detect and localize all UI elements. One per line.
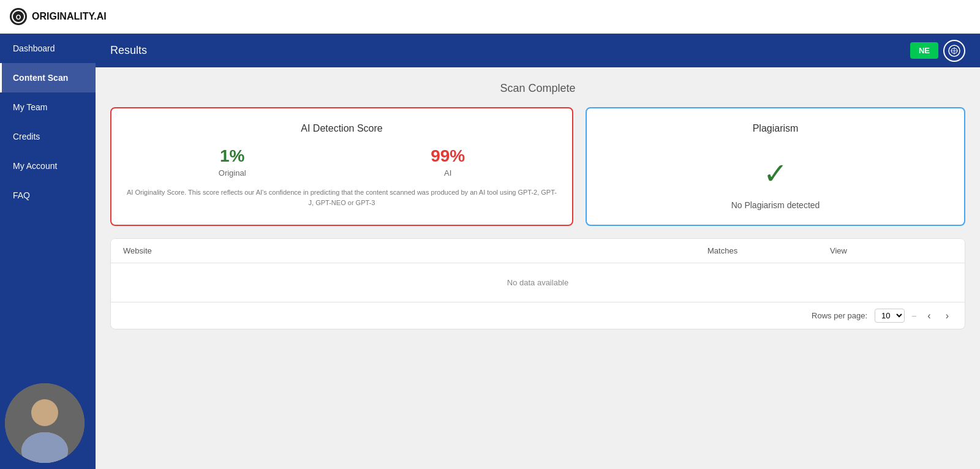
plagiarism-card: Plagiarism ✓ No Plagiarism detected: [586, 107, 965, 226]
cards-row: AI Detection Score 1% Original 99% AI AI…: [110, 107, 965, 226]
sidebar-item-faq[interactable]: FAQ: [0, 181, 96, 210]
top-bar: O ORIGINALITY.AI: [0, 0, 980, 34]
ai-detection-title: AI Detection Score: [126, 123, 557, 134]
pagination-separator: –: [912, 311, 916, 320]
scan-complete-title: Scan Complete: [110, 82, 965, 95]
table-footer: Rows per page: 10 25 50 – ‹ ›: [111, 302, 965, 329]
svg-point-3: [31, 399, 58, 426]
original-label: Original: [219, 168, 246, 178]
scores-row: 1% Original 99% AI: [126, 146, 557, 178]
sidebar-item-credits-label: Credits: [13, 132, 40, 141]
plagiarism-title: Plagiarism: [753, 123, 799, 134]
main-layout: Dashboard Content Scan My Team Credits M…: [0, 34, 980, 469]
results-title: Results: [110, 44, 147, 57]
ai-detection-card: AI Detection Score 1% Original 99% AI AI…: [110, 107, 573, 226]
sidebar-item-faq-label: FAQ: [13, 190, 30, 200]
sidebar-item-credits[interactable]: Credits: [0, 122, 96, 151]
col-website: Website: [123, 246, 707, 255]
original-value: 1%: [219, 146, 246, 166]
sidebar: Dashboard Content Scan My Team Credits M…: [0, 34, 96, 469]
logo-text: ORIGINALITY.AI: [32, 11, 107, 22]
ai-value: 99%: [431, 146, 465, 166]
results-table: Website Matches View No data available R…: [110, 238, 965, 329]
sidebar-item-dashboard[interactable]: Dashboard: [0, 34, 96, 63]
rows-per-page-label: Rows per page:: [812, 311, 867, 320]
sidebar-item-my-account-label: My Account: [13, 161, 57, 171]
ai-label: AI: [431, 168, 465, 178]
ai-description: AI Originality Score. This score reflect…: [126, 187, 557, 208]
logo-icon: O: [10, 8, 27, 25]
next-page-button[interactable]: ›: [942, 309, 952, 323]
col-matches: Matches: [707, 246, 830, 255]
main-content: Scan Complete AI Detection Score 1% Orig…: [96, 67, 980, 469]
sidebar-item-content-scan[interactable]: Content Scan: [0, 63, 96, 92]
no-data-text: No data available: [507, 278, 568, 287]
table-body: No data available: [111, 263, 965, 302]
check-icon: ✓: [763, 156, 788, 190]
no-plagiarism-text: No Plagiarism detected: [731, 200, 820, 210]
header-right: NE: [910, 40, 965, 62]
sidebar-item-my-team-label: My Team: [13, 102, 48, 112]
sidebar-item-content-scan-label: Content Scan: [13, 73, 68, 83]
table-header: Website Matches View: [111, 239, 965, 263]
brain-icon: [943, 40, 965, 62]
original-score: 1% Original: [219, 146, 246, 178]
svg-text:O: O: [16, 13, 21, 21]
sidebar-item-my-account[interactable]: My Account: [0, 151, 96, 181]
new-button[interactable]: NE: [910, 42, 938, 59]
rows-per-page-select[interactable]: 10 25 50: [875, 309, 905, 323]
sidebar-item-my-team[interactable]: My Team: [0, 92, 96, 122]
prev-page-button[interactable]: ‹: [924, 309, 934, 323]
logo: O ORIGINALITY.AI: [10, 8, 107, 25]
sidebar-item-dashboard-label: Dashboard: [13, 43, 55, 53]
ai-score: 99% AI: [431, 146, 465, 178]
content-area: Results NE Scan Complete: [96, 34, 980, 469]
col-view: View: [830, 246, 952, 255]
results-bar: Results NE: [96, 34, 980, 67]
avatar-container: [5, 383, 85, 463]
